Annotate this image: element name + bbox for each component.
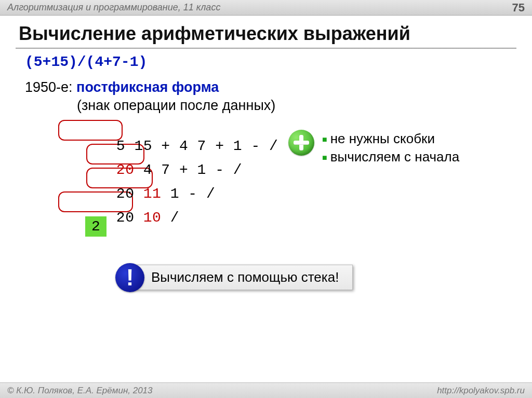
year-colon: :	[69, 79, 76, 95]
bullet-marker: ■	[322, 135, 327, 144]
infix-expression: (5+15)/(4+7-1)	[25, 54, 513, 70]
bullet-marker: ■	[322, 153, 327, 162]
year-prefix: 1950-е	[25, 79, 69, 95]
callout-text: Вычисляем с помощью стека!	[131, 265, 353, 290]
step-4: 20 10 /	[62, 194, 179, 242]
exclamation-icon: !	[115, 263, 144, 292]
header-bar: Алгоритмизация и программирование, 11 кл…	[0, 0, 532, 16]
year-line: 1950-е: постфиксная форма	[25, 79, 513, 95]
copyright: © К.Ю. Поляков, Е.А. Ерёмин, 2013	[7, 386, 153, 396]
postfix-description: (знак операции после данных)	[77, 98, 513, 114]
bullet-1-text: не нужны скобки	[330, 131, 435, 146]
plus-icon	[288, 130, 314, 156]
footer-bar: © К.Ю. Поляков, Е.А. Ерёмин, 2013 http:/…	[0, 382, 532, 398]
breadcrumb: Алгоритмизация и программирование, 11 кл…	[7, 2, 220, 13]
step-4-result: 10	[143, 210, 170, 226]
step-4-tail: /	[170, 210, 179, 226]
bullet-2: ■вычисляем с начала	[322, 149, 459, 165]
footer-url: http://kpolyakov.spb.ru	[437, 386, 525, 396]
step-4-lead: 20	[116, 210, 143, 226]
page-title: Вычисление арифметических выражений	[0, 16, 532, 48]
postfix-form-label: постфиксная форма	[76, 79, 219, 95]
bullet-2-text: вычисляем с начала	[330, 149, 460, 164]
stack-callout: ! Вычисляем с помощью стека!	[130, 265, 353, 290]
page-number: 75	[512, 1, 525, 15]
advantages-list: ■не нужны скобки ■вычисляем с начала	[322, 131, 459, 167]
final-result: 2	[85, 216, 107, 237]
bullet-1: ■не нужны скобки	[322, 131, 459, 147]
